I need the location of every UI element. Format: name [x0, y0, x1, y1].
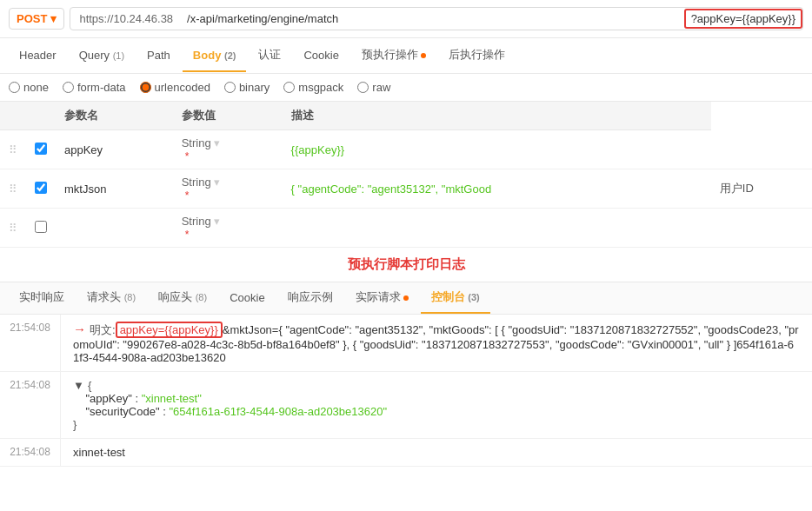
tab-后执行操作[interactable]: 后执行操作: [438, 38, 516, 73]
bottom-tab-响应示例[interactable]: 响应示例: [277, 282, 343, 314]
body-type-msgpack[interactable]: msgpack: [283, 81, 343, 94]
param-type: String ▾ *: [173, 169, 283, 209]
url-param: ?appKey={{appKey}}: [684, 9, 802, 29]
tab-Query[interactable]: Query (1): [69, 40, 135, 72]
json-bracket: }: [73, 418, 800, 431]
bottom-tab-Cookie[interactable]: Cookie: [219, 284, 275, 313]
params-table: 参数名 参数值 描述 ⠿ appKey String ▾ * {{appKey}…: [0, 102, 812, 248]
collapse-arrow[interactable]: ▼: [73, 379, 84, 392]
table-row: ⠿ appKey String ▾ * {{appKey}}: [0, 130, 812, 169]
param-name: appKey: [56, 130, 173, 169]
tab-Path[interactable]: Path: [136, 40, 181, 72]
param-name: [56, 209, 173, 248]
drag-handle: ⠿: [0, 169, 26, 209]
tab-预执行操作[interactable]: 预执行操作: [351, 38, 436, 73]
pre-script-label: 预执行脚本打印日志: [348, 256, 465, 271]
main-tabs: HeaderQuery (1)PathBody (2)认证Cookie预执行操作…: [0, 38, 812, 74]
log-time: 21:54:08: [0, 315, 61, 371]
param-desc: [711, 130, 812, 169]
log-entry: 21:54:08xinnet-test: [0, 439, 812, 467]
table-row: ⠿ mktJson String ▾ * { "agentCode": "age…: [0, 169, 812, 209]
row-checkbox[interactable]: [26, 169, 56, 209]
bottom-tab-实时响应[interactable]: 实时响应: [9, 282, 75, 314]
json-kv: "securityCode" : "654f161a-61f3-4544-908…: [73, 405, 800, 418]
method-select[interactable]: POST ▾: [9, 8, 64, 30]
param-value: [283, 209, 711, 248]
param-desc: [711, 209, 812, 248]
col-desc: 描述: [283, 102, 711, 130]
log-entry: 21:54:08▼{ "appKey" : "xinnet-test" "sec…: [0, 372, 812, 439]
bottom-tab-实际请求[interactable]: 实际请求: [345, 282, 419, 314]
pre-script-banner: 预执行脚本打印日志: [0, 248, 812, 282]
url-bar: POST ▾ https://10.24.46.38 /x-api/market…: [0, 0, 812, 38]
body-type-urlencoded[interactable]: urlencoded: [140, 81, 210, 94]
arrow-icon: →: [73, 322, 86, 336]
drag-handle: ⠿: [0, 130, 26, 169]
bottom-tab-请求头[interactable]: 请求头 (8): [77, 282, 146, 314]
log-highlight: appKey={{appKey}}: [116, 322, 223, 338]
table-row: ⠿ String ▾ *: [0, 209, 812, 248]
body-type-form-data[interactable]: form-data: [63, 81, 126, 94]
log-prefix: 明文:: [90, 323, 116, 336]
param-type: String ▾ *: [173, 209, 283, 248]
json-bracket: ▼{: [73, 379, 800, 392]
log-time: 21:54:08: [0, 439, 61, 466]
body-type-row: none form-data urlencoded binary msgpack…: [0, 74, 812, 102]
row-checkbox[interactable]: [26, 209, 56, 248]
row-checkbox[interactable]: [26, 130, 56, 169]
url-path: /x-api/marketing/engine/match: [182, 8, 684, 30]
log-time: 21:54:08: [0, 372, 61, 438]
log-content: ▼{ "appKey" : "xinnet-test" "securityCod…: [61, 372, 812, 438]
param-value: { "agentCode": "agent35132", "mktGood: [283, 169, 711, 209]
tab-Cookie[interactable]: Cookie: [293, 40, 349, 72]
method-label: POST: [17, 12, 47, 25]
bottom-tabs: 实时响应请求头 (8)响应头 (8)Cookie响应示例实际请求控制台 (3): [0, 282, 812, 315]
log-content: →明文:appKey={{appKey}}&mktJson={ "agentCo…: [61, 315, 812, 371]
body-type-none[interactable]: none: [9, 81, 49, 94]
bottom-tab-控制台[interactable]: 控制台 (3): [421, 282, 490, 314]
console-area: 21:54:08→明文:appKey={{appKey}}&mktJson={ …: [0, 315, 812, 467]
param-type: String ▾ *: [173, 130, 283, 169]
log-simple-text: xinnet-test: [73, 446, 125, 459]
tab-Header[interactable]: Header: [9, 40, 67, 72]
url-input[interactable]: https://10.24.46.38 /x-api/marketing/eng…: [70, 7, 803, 30]
bottom-tab-响应头[interactable]: 响应头 (8): [148, 282, 217, 314]
log-entry: 21:54:08→明文:appKey={{appKey}}&mktJson={ …: [0, 315, 812, 372]
drag-handle: ⠿: [0, 209, 26, 248]
tab-认证[interactable]: 认证: [248, 38, 291, 73]
param-name: mktJson: [56, 169, 173, 209]
tab-Body[interactable]: Body (2): [183, 40, 247, 72]
col-value: 参数值: [173, 102, 283, 130]
json-kv: "appKey" : "xinnet-test": [73, 392, 800, 405]
method-chevron: ▾: [50, 12, 57, 25]
param-value: {{appKey}}: [283, 130, 711, 169]
type-select[interactable]: String ▾: [182, 215, 274, 228]
param-desc: 用户ID: [711, 169, 812, 209]
params-section: 参数名 参数值 描述 ⠿ appKey String ▾ * {{appKey}…: [0, 102, 812, 248]
type-select[interactable]: String ▾: [182, 136, 274, 149]
body-type-binary[interactable]: binary: [224, 81, 270, 94]
body-type-raw[interactable]: raw: [357, 81, 390, 94]
log-content: xinnet-test: [61, 439, 812, 466]
col-name: 参数名: [56, 102, 173, 130]
type-select[interactable]: String ▾: [182, 176, 274, 189]
url-base: https://10.24.46.38: [70, 8, 182, 30]
